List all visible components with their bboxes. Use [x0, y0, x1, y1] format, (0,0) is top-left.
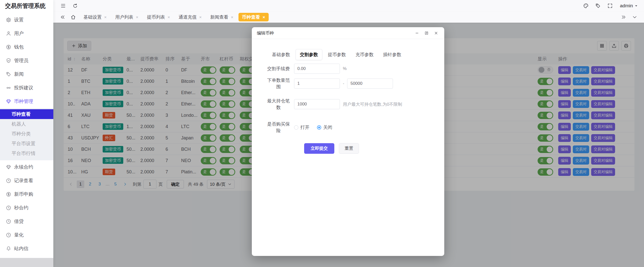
- menu-fold-icon[interactable]: [59, 2, 67, 10]
- close-icon[interactable]: ×: [231, 15, 233, 19]
- edit-coin-form: 交割手续费 % 下单数量范围 - 最大持仓笔数: [252, 64, 444, 154]
- user-icon: [6, 31, 11, 36]
- clock-icon: [6, 232, 11, 238]
- sidebar-item-lower-4[interactable]: 借贷: [0, 215, 53, 228]
- dollar-icon: [6, 192, 11, 197]
- tab-label: 用户列表: [115, 14, 133, 20]
- sidebar-subitem-0[interactable]: 币种查看: [0, 109, 53, 119]
- tabbar-right-icons: [616, 13, 638, 21]
- modal-tab-0[interactable]: 基础参数: [268, 49, 294, 60]
- insurance-options: 打开关闭: [294, 124, 340, 131]
- refresh-icon[interactable]: [71, 2, 79, 10]
- user-menu[interactable]: admin: [620, 3, 638, 9]
- radio-label: 关闭: [323, 124, 332, 130]
- sidebar-item-label: 用户: [14, 30, 24, 37]
- close-icon[interactable]: ×: [199, 15, 202, 19]
- sidebar-item-lower-0[interactable]: 永续合约: [0, 160, 53, 174]
- gear-icon: [6, 17, 11, 23]
- sidebar-item-label: 管理员: [14, 57, 28, 64]
- tab-2[interactable]: 提币列表×: [143, 13, 174, 21]
- chevron-down-icon[interactable]: [631, 13, 638, 21]
- topbar-right-icons: [582, 2, 618, 10]
- shield-icon: [6, 58, 11, 63]
- modal-window-icons: [411, 30, 439, 36]
- diamond-icon: [6, 99, 11, 104]
- radio-label: 打开: [300, 124, 309, 130]
- close-icon[interactable]: [433, 30, 439, 36]
- sidebar-collapse-strip[interactable]: [0, 258, 53, 267]
- range-max-input[interactable]: [347, 79, 393, 89]
- sidebar-item-3[interactable]: 管理员: [0, 54, 53, 67]
- sidebar-item-label: 设置: [14, 17, 24, 23]
- sidebar-item-2[interactable]: 钱包: [0, 40, 53, 54]
- form-actions: 立即提交 重置: [304, 143, 444, 154]
- sidebar-item-5[interactable]: 投拆建议: [0, 81, 53, 95]
- content-area: 添加 id 名称分类最...提币费率排序基于开市杠杆币期权交易显示操作 12DF…: [53, 23, 644, 267]
- infinity-icon: [6, 85, 11, 91]
- sidebar-item-1[interactable]: 用户: [0, 27, 53, 40]
- tab-5[interactable]: 币种查看×: [238, 13, 269, 21]
- range-min-input[interactable]: [294, 79, 340, 89]
- sidebar-item-lower-3[interactable]: 秒合约: [0, 201, 53, 215]
- sidebar-item-lower-2[interactable]: 新币申购: [0, 187, 53, 201]
- form-row-insurance: 是否购买保险 打开关闭: [266, 121, 444, 134]
- clock-icon: [6, 219, 11, 224]
- sidebar-item-0[interactable]: 设置: [0, 13, 53, 27]
- user-menu-label: admin: [620, 3, 633, 9]
- close-icon[interactable]: ×: [104, 15, 107, 19]
- open-tabs: 基础设置×用户列表×提币列表×通道充值×新闻查看×币种查看×: [80, 13, 616, 21]
- close-icon[interactable]: ×: [263, 15, 265, 19]
- sidebar-item-label: 新闻: [14, 71, 24, 78]
- tab-4[interactable]: 新闻查看×: [207, 13, 237, 21]
- modal-header: 编辑币种: [252, 27, 444, 39]
- maximize-icon[interactable]: [423, 30, 430, 36]
- sidebar-item-label: 借贷: [14, 218, 24, 225]
- sidebar-item-6[interactable]: 币种管理: [0, 95, 53, 108]
- insurance-label: 是否购买保险: [266, 121, 291, 134]
- submit-button[interactable]: 立即提交: [304, 143, 334, 154]
- tab-3[interactable]: 通道充值×: [175, 13, 205, 21]
- palette-icon[interactable]: [582, 2, 590, 10]
- app-title: 交易所管理系统: [0, 0, 53, 12]
- chevrons-left-icon[interactable]: [59, 13, 66, 21]
- max-hold-hint: 用户最大可持仓笔数,为0不限制: [343, 101, 402, 107]
- sidebar-subitem-4[interactable]: 平台币行情: [0, 148, 53, 158]
- edit-coin-modal: 编辑币种 基础参数交割参数提币参数充币参数插针参数 交割手续费 %: [252, 27, 444, 256]
- tab-1[interactable]: 用户列表×: [112, 13, 142, 21]
- radio-icon[interactable]: [294, 125, 298, 130]
- tab-0[interactable]: 基础设置×: [80, 13, 110, 21]
- sidebar-item-label: 量化: [14, 232, 24, 238]
- fee-input[interactable]: [294, 64, 340, 74]
- close-icon[interactable]: ×: [136, 15, 138, 19]
- sidebar-item-4[interactable]: 新闻: [0, 67, 53, 81]
- sidebar-subitem-1[interactable]: 机器人: [0, 119, 53, 129]
- app-root: 交易所管理系统 设置用户钱包管理员新闻投拆建议币种管理币种查看机器人币种分类平台…: [0, 0, 644, 267]
- bell-icon: [6, 246, 11, 251]
- sidebar-item-lower-6[interactable]: 站内信: [0, 242, 53, 255]
- clock-icon: [6, 205, 11, 211]
- sidebar-subitem-3[interactable]: 平台币设置: [0, 139, 53, 148]
- main-column: admin 基础设置×用户列表×提币列表×通道充值×新闻查看×币种查看× 添加: [53, 0, 644, 267]
- tag-icon[interactable]: [594, 2, 602, 10]
- minimize-icon[interactable]: [414, 30, 420, 36]
- modal-tab-3[interactable]: 充币参数: [351, 49, 378, 60]
- home-icon[interactable]: [69, 13, 77, 21]
- tag-icon: [6, 71, 11, 77]
- modal-tab-2[interactable]: 提币参数: [324, 49, 350, 60]
- modal-tab-4[interactable]: 插针参数: [379, 49, 405, 60]
- fullscreen-icon[interactable]: [606, 2, 614, 10]
- sidebar-subitem-2[interactable]: 币种分类: [0, 129, 53, 139]
- sidebar-item-lower-1[interactable]: 记录查看: [0, 174, 53, 187]
- sidebar-menu: 设置用户钱包管理员新闻投拆建议币种管理币种查看机器人币种分类平台币设置平台币行情…: [0, 12, 53, 258]
- max-hold-input[interactable]: [294, 99, 340, 109]
- reset-button[interactable]: 重置: [339, 143, 359, 154]
- close-icon[interactable]: ×: [168, 15, 170, 19]
- sidebar-item-lower-5[interactable]: 量化: [0, 228, 53, 242]
- modal-tab-1[interactable]: 交割参数: [296, 49, 322, 60]
- insurance-option-1[interactable]: 关闭: [317, 124, 332, 130]
- radio-icon[interactable]: [317, 125, 321, 130]
- topbar-left-icons: [59, 2, 83, 10]
- modal-body: 基础参数交割参数提币参数充币参数插针参数 交割手续费 % 下单数量范围 -: [252, 39, 444, 256]
- insurance-option-0[interactable]: 打开: [294, 124, 309, 130]
- chevrons-right-icon[interactable]: [620, 13, 627, 21]
